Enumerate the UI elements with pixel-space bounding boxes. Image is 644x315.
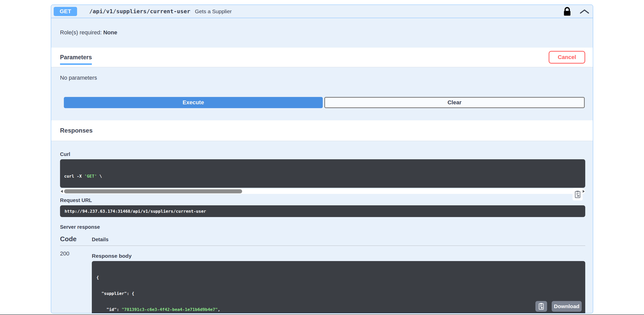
details-column-header: Details [92, 237, 109, 243]
tab-active-underline [60, 63, 92, 65]
curl-command: curl -X 'GET' \ 'http://94.237.63.174:31… [60, 159, 585, 188]
request-url-label: Request URL [60, 197, 585, 203]
response-body-json: { "supplier": { "id": "781391c3-c6e3-4f4… [92, 261, 585, 313]
method-badge: GET [54, 7, 77, 16]
execute-button[interactable]: Execute [64, 97, 323, 108]
responses-title: Responses [60, 127, 93, 134]
scroll-right-icon[interactable] [582, 190, 585, 193]
download-button[interactable]: Download [552, 301, 582, 312]
responses-area: Curl curl -X 'GET' \ 'http://94.237.63.1… [51, 141, 593, 313]
code-column-header: Code [60, 235, 92, 243]
responses-section-header: Responses [51, 120, 593, 141]
curl-wrapper: curl -X 'GET' \ 'http://94.237.63.174:31… [60, 159, 585, 194]
no-parameters-text: No parameters [51, 67, 593, 81]
parameters-section-header: Parameters Cancel [51, 48, 593, 67]
server-response-label: Server response [60, 224, 585, 230]
chevron-up-icon[interactable] [580, 8, 589, 15]
scrollbar-thumb[interactable] [64, 189, 242, 193]
endpoint-header[interactable]: GET /api/v1/suppliers/current-user Gets … [51, 5, 593, 18]
scroll-left-icon[interactable] [61, 190, 63, 193]
clear-button[interactable]: Clear [324, 97, 585, 108]
curl-line: curl -X 'GET' \ [64, 174, 581, 179]
cancel-button[interactable]: Cancel [549, 51, 585, 64]
response-details: Response body { "supplier": { "id": "781… [92, 250, 585, 313]
execute-row: Execute Clear [64, 97, 585, 108]
response-actions: Download [535, 301, 582, 312]
curl-copy-button[interactable] [573, 188, 583, 201]
endpoint-description: Gets a Supplier [195, 8, 232, 15]
response-row-200: 200 Response body { "supplier": { "id": … [60, 250, 585, 313]
roles-value: None [103, 29, 117, 36]
endpoint-path: /api/v1/suppliers/current-user [89, 8, 190, 15]
endpoint-card: GET /api/v1/suppliers/current-user Gets … [51, 5, 593, 313]
status-code: 200 [60, 250, 92, 313]
response-body-label: Response body [92, 253, 585, 259]
tab-parameters[interactable]: Parameters [60, 54, 92, 61]
curl-label: Curl [60, 151, 585, 157]
request-url-value: http://94.237.63.174:31468/api/v1/suppli… [60, 205, 585, 217]
response-table-header: Code Details [60, 235, 585, 243]
roles-label: Role(s) required: [60, 29, 103, 36]
roles-required: Role(s) required: None [51, 18, 593, 48]
curl-horizontal-scrollbar[interactable] [60, 189, 585, 194]
table-divider [60, 246, 585, 246]
tab-parameters-label: Parameters [60, 54, 92, 61]
response-copy-button[interactable] [535, 301, 547, 312]
lock-icon[interactable] [563, 7, 571, 16]
